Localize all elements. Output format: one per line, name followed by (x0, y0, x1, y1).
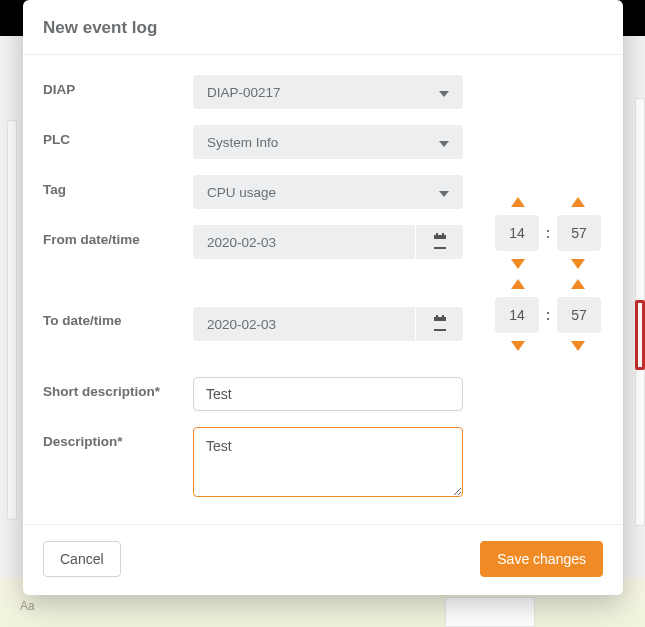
calendar-icon (432, 233, 448, 252)
diap-select-value: DIAP-00217 (207, 85, 281, 100)
from-time-picker: 14 : 57 (495, 195, 601, 271)
bg-alert-panel (635, 300, 645, 370)
caret-down-icon (439, 135, 449, 150)
to-hour-value[interactable]: 14 (495, 297, 539, 333)
label-diap: DIAP (43, 75, 193, 97)
to-min-up-button[interactable] (569, 277, 587, 291)
label-description: Description* (43, 427, 193, 449)
new-event-log-modal: New event log DIAP DIAP-00217 PLC System… (23, 0, 623, 595)
modal-footer: Cancel Save changes (23, 525, 623, 595)
to-date-picker-button[interactable] (415, 307, 463, 341)
label-from: From date/time (43, 225, 193, 247)
field-row-plc: PLC System Info (43, 125, 603, 159)
modal-title: New event log (23, 0, 623, 54)
from-hour-down-button[interactable] (509, 257, 527, 271)
bg-tab (445, 597, 535, 627)
plc-select[interactable]: System Info (193, 125, 463, 159)
modal-body: DIAP DIAP-00217 PLC System Info Tag (23, 55, 623, 524)
to-date-input[interactable] (193, 307, 415, 341)
tag-select[interactable]: CPU usage (193, 175, 463, 209)
from-hour-up-button[interactable] (509, 195, 527, 209)
save-button[interactable]: Save changes (480, 541, 603, 577)
field-row-to: To date/time 14 : 57 (43, 277, 603, 353)
description-textarea[interactable] (193, 427, 463, 497)
to-hour-down-button[interactable] (509, 339, 527, 353)
from-date-input[interactable] (193, 225, 415, 259)
time-colon: : (539, 307, 557, 323)
field-row-description: Description* (43, 427, 603, 500)
time-colon: : (539, 225, 557, 241)
to-min-down-button[interactable] (569, 339, 587, 353)
field-row-diap: DIAP DIAP-00217 (43, 75, 603, 109)
from-min-up-button[interactable] (569, 195, 587, 209)
label-tag: Tag (43, 175, 193, 197)
calendar-icon (432, 315, 448, 334)
field-row-from: From date/time 14 : 57 (43, 225, 603, 271)
from-date-picker-button[interactable] (415, 225, 463, 259)
to-min-value[interactable]: 57 (557, 297, 601, 333)
cancel-button[interactable]: Cancel (43, 541, 121, 577)
caret-down-icon (439, 185, 449, 200)
from-min-down-button[interactable] (569, 257, 587, 271)
to-hour-up-button[interactable] (509, 277, 527, 291)
bg-map-label: Aa (20, 599, 35, 613)
from-hour-value[interactable]: 14 (495, 215, 539, 251)
label-to: To date/time (43, 277, 193, 328)
tag-select-value: CPU usage (207, 185, 276, 200)
bg-panel (7, 120, 17, 520)
to-time-picker: 14 : 57 (495, 277, 601, 353)
label-plc: PLC (43, 125, 193, 147)
from-min-value[interactable]: 57 (557, 215, 601, 251)
diap-select[interactable]: DIAP-00217 (193, 75, 463, 109)
field-row-short-description: Short description* (43, 377, 603, 411)
label-short-description: Short description* (43, 377, 193, 399)
plc-select-value: System Info (207, 135, 278, 150)
caret-down-icon (439, 85, 449, 100)
short-description-input[interactable] (193, 377, 463, 411)
